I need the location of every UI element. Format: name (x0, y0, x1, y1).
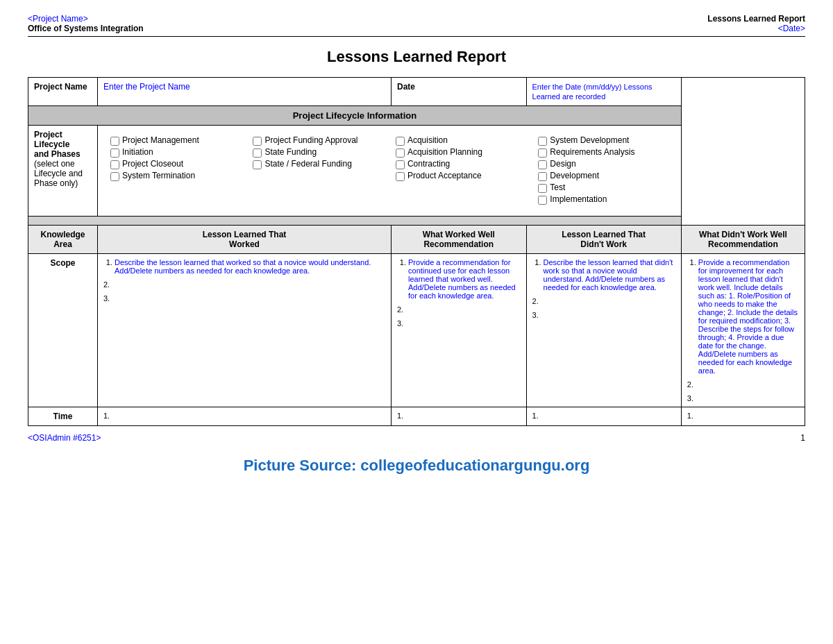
checkbox-system-termination[interactable]: System Termination (110, 171, 240, 181)
header-report-title: Lessons Learned Report (707, 14, 805, 24)
scope-col3-item-3: 3. (397, 319, 521, 328)
lifecycle-options-cell: Project Management Initiation Project Cl… (97, 126, 681, 217)
scope-col3-list: Provide a recommendation for continued u… (397, 258, 521, 300)
checkbox-closeout-input[interactable] (110, 160, 119, 169)
page: <Project Name> Office of Systems Integra… (0, 0, 833, 644)
scope-col4-item-1: Describe the lesson learned that didn't … (544, 258, 675, 291)
checkbox-funding-approval[interactable]: Project Funding Approval (253, 135, 382, 146)
lifecycle-col4: System Development Requirements Analysis… (532, 131, 674, 210)
scope-col5-item-2: 2. (687, 380, 799, 389)
scope-col2-item-1: Describe the lesson learned that worked … (115, 258, 385, 275)
scope-col3-item-2: 2. (397, 305, 521, 314)
time-label: Time (28, 407, 98, 426)
date-value: Enter the Date (mm/dd/yy) Lessons Learne… (532, 83, 653, 101)
scope-col2-item-3: 3. (103, 294, 385, 303)
checkbox-dev-input[interactable] (538, 172, 547, 181)
lifecycle-row: Project Lifecycle and Phases (select one… (28, 126, 805, 217)
checkbox-cont-input[interactable] (396, 160, 405, 169)
checkbox-pa-input[interactable] (396, 172, 405, 181)
checkbox-development[interactable]: Development (538, 171, 668, 181)
scope-col5-item-1: Provide a recommendation for improvement… (698, 258, 799, 375)
checkbox-fa-input[interactable] (253, 137, 262, 146)
checkbox-ra-input[interactable] (538, 149, 547, 158)
lifecycle-header-row: Project Lifecycle Information (28, 106, 805, 126)
col-header-what-worked: What Worked WellRecommendation (392, 226, 527, 254)
lifecycle-col3: Acquisition Acquisition Planning Contrac… (390, 131, 531, 210)
date-value-cell[interactable]: Enter the Date (mm/dd/yy) Lessons Learne… (526, 78, 681, 106)
main-title: Lessons Learned Report (28, 48, 805, 66)
checkbox-req-analysis[interactable]: Requirements Analysis (538, 147, 668, 158)
checkbox-init-input[interactable] (110, 149, 119, 158)
checkbox-contracting[interactable]: Contracting (396, 159, 525, 169)
lifecycle-col2: Project Funding Approval State Funding S… (247, 131, 388, 210)
spacer-cell (28, 217, 682, 226)
header-left: <Project Name> Office of Systems Integra… (28, 14, 144, 33)
time-col2[interactable]: 1. (97, 407, 391, 426)
time-col3[interactable]: 1. (392, 407, 527, 426)
document-header: <Project Name> Office of Systems Integra… (28, 14, 805, 37)
checkbox-acq-input[interactable] (396, 137, 405, 146)
checkbox-acquisition-planning[interactable]: Acquisition Planning (396, 147, 525, 158)
scope-label: Scope (28, 254, 98, 407)
scope-col4-cell[interactable]: Describe the lesson learned that didn't … (526, 254, 681, 407)
header-date[interactable]: <Date> (707, 24, 805, 33)
scope-col2-list: Describe the lesson learned that worked … (103, 258, 385, 275)
spacer-row (28, 217, 805, 226)
checkbox-design[interactable]: Design (538, 159, 668, 169)
checkbox-acquisition[interactable]: Acquisition (396, 135, 525, 146)
checkbox-state-funding[interactable]: State Funding (253, 147, 382, 158)
lifecycle-label: Project Lifecycle and Phases (select one… (28, 126, 98, 217)
header-office-name: Office of Systems Integration (28, 24, 144, 33)
col-header-knowledge-area: KnowledgeArea (28, 226, 98, 254)
col-header-didnt-work: Lesson Learned ThatDidn't Work (526, 226, 681, 254)
lifecycle-col1: Project Management Initiation Project Cl… (105, 131, 246, 210)
main-table: Project Name Enter the Project Name Date… (28, 77, 805, 426)
checkbox-test-input[interactable] (538, 184, 547, 193)
column-headers-row: KnowledgeArea Lesson Learned ThatWorked … (28, 226, 805, 254)
scope-col4-item-2: 2. (532, 297, 675, 305)
col-header-what-didnt-work: What Didn't Work WellRecommendation (681, 226, 805, 254)
checkbox-implementation[interactable]: Implementation (538, 194, 668, 205)
checkbox-sf-input[interactable] (253, 149, 262, 158)
project-name-row: Project Name Enter the Project Name Date… (28, 78, 805, 106)
checkbox-sysdev-input[interactable] (538, 137, 547, 146)
picture-source: Picture Source: collegeofeducationargung… (28, 457, 805, 475)
scope-col2-cell[interactable]: Describe the lesson learned that worked … (97, 254, 391, 407)
col-header-worked: Lesson Learned ThatWorked (97, 226, 391, 254)
scope-col2-text-1: Describe the lesson learned that worked … (115, 258, 371, 275)
lifecycle-section-header: Project Lifecycle Information (28, 106, 682, 126)
checkbox-project-closeout[interactable]: Project Closeout (110, 159, 240, 169)
checkbox-state-federal[interactable]: State / Federal Funding (253, 159, 382, 169)
scope-col4-list: Describe the lesson learned that didn't … (532, 258, 675, 291)
checkbox-acqp-input[interactable] (396, 149, 405, 158)
scope-col5-item-3: 3. (687, 394, 799, 402)
project-name-label: Project Name (28, 78, 98, 106)
header-project-name[interactable]: <Project Name> (28, 14, 144, 24)
footer-admin-link[interactable]: <OSIAdmin #6251> (28, 433, 101, 443)
checkbox-product-acceptance[interactable]: Product Acceptance (396, 171, 525, 181)
scope-row: Scope Describe the lesson learned that w… (28, 254, 805, 407)
checkbox-initiation[interactable]: Initiation (110, 147, 240, 158)
scope-col3-item-1: Provide a recommendation for continued u… (408, 258, 521, 300)
page-footer: <OSIAdmin #6251> 1 (28, 433, 805, 443)
footer-page-number: 1 (800, 433, 805, 443)
checkbox-des-input[interactable] (538, 160, 547, 169)
project-name-value: Enter the Project Name (103, 82, 190, 92)
checkbox-test[interactable]: Test (538, 183, 668, 193)
scope-col5-cell[interactable]: Provide a recommendation for improvement… (681, 254, 805, 407)
time-row: Time 1. 1. 1. 1. (28, 407, 805, 426)
checkbox-pm-input[interactable] (110, 137, 119, 146)
checkbox-sfed-input[interactable] (253, 160, 262, 169)
checkbox-systerm-input[interactable] (110, 172, 119, 181)
scope-col3-cell[interactable]: Provide a recommendation for continued u… (392, 254, 527, 407)
checkbox-system-dev[interactable]: System Development (538, 135, 668, 146)
scope-col4-text-1: Describe the lesson learned that didn't … (544, 258, 673, 291)
checkbox-project-management[interactable]: Project Management (110, 135, 240, 146)
project-name-value-cell[interactable]: Enter the Project Name (97, 78, 391, 106)
time-col5[interactable]: 1. (681, 407, 805, 426)
time-col4[interactable]: 1. (526, 407, 681, 426)
checkbox-impl-input[interactable] (538, 196, 547, 205)
scope-col3-text-1: Provide a recommendation for continued u… (408, 258, 516, 300)
scope-col2-item-2: 2. (103, 280, 385, 289)
scope-col5-list: Provide a recommendation for improvement… (687, 258, 799, 375)
